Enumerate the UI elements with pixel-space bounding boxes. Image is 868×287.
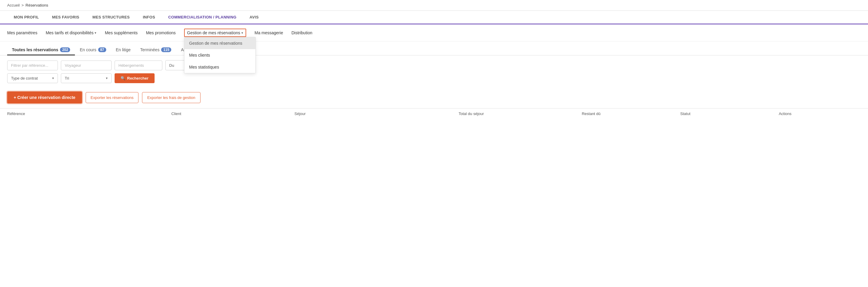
date-du-label: Du (169, 63, 174, 68)
subnav-supplements[interactable]: Mes suppléments (105, 30, 137, 35)
subnav-promotions[interactable]: Mes promotions (146, 30, 176, 35)
col-client: Client (171, 111, 294, 116)
col-reference: Référence (7, 111, 171, 116)
col-restant: Restant dû (582, 111, 680, 116)
dropdown-statistiques[interactable]: Mes statistiques (184, 61, 255, 73)
export-frais-button[interactable]: Exporter les frais de gestion (142, 92, 200, 103)
type-contrat-select[interactable]: Type de contrat ▾ (7, 73, 58, 83)
search-button[interactable]: 🔍 Rechercher (115, 73, 155, 83)
reference-input[interactable] (7, 61, 58, 70)
table-header: Référence Client Séjour Total du séjour … (0, 108, 868, 119)
tab-avis[interactable]: AVIS (243, 11, 265, 25)
action-row: + Créer une réservation directe Exporter… (0, 88, 868, 108)
subnav-distribution[interactable]: Distribution (291, 30, 312, 35)
tab-en-cours[interactable]: En cours 87 (75, 45, 111, 56)
hebergements-input[interactable] (115, 61, 162, 70)
col-sejour: Séjour (294, 111, 459, 116)
subnav-gestion-container: Gestion de mes réservations ▾ Gestion de… (184, 29, 246, 37)
gestion-chevron-icon: ▾ (241, 31, 243, 35)
breadcrumb-home[interactable]: Accueil (7, 3, 20, 7)
subnav-tarifs[interactable]: Mes tarifs et disponibilités ▾ (45, 30, 96, 35)
tab-toutes[interactable]: Toutes les réservations 202 (7, 45, 75, 56)
filter-row-1: Du ✕ Au ✕ (0, 56, 868, 73)
tarifs-chevron-icon: ▾ (95, 31, 96, 35)
tab-mon-profil[interactable]: MON PROFIL (7, 11, 45, 25)
main-tabs: MON PROFIL MES FAVORIS MES STRUCTURES IN… (0, 11, 868, 25)
badge-terminees: 115 (161, 47, 171, 52)
badge-en-cours: 87 (98, 47, 106, 52)
res-tabs: Toutes les réservations 202 En cours 87 … (0, 41, 868, 56)
search-icon: 🔍 (121, 76, 125, 80)
create-reservation-button[interactable]: + Créer une réservation directe (7, 92, 82, 103)
breadcrumb-separator: > (22, 3, 24, 7)
subnav-gestion[interactable]: Gestion de mes réservations ▾ (184, 29, 246, 37)
tab-infos[interactable]: INFOS (136, 11, 162, 25)
filter-row-2: Type de contrat ▾ Tri ▾ 🔍 Rechercher (0, 73, 868, 88)
badge-toutes: 202 (60, 47, 70, 52)
dropdown-gestion[interactable]: Gestion de mes réservations (184, 37, 255, 49)
subnav-messagerie[interactable]: Ma messagerie (254, 30, 283, 35)
subnav-parametres[interactable]: Mes paramètres (7, 30, 37, 35)
type-contrat-label: Type de contrat (11, 76, 38, 80)
tri-chevron-icon: ▾ (106, 76, 108, 80)
tri-label: Tri (65, 76, 69, 80)
tab-mes-structures[interactable]: MES STRUCTURES (86, 11, 136, 25)
breadcrumb-current: Réservations (26, 3, 48, 7)
col-total: Total du séjour (459, 111, 582, 116)
tab-mes-favoris[interactable]: MES FAVORIS (45, 11, 86, 25)
export-reservations-button[interactable]: Exporter les réservations (86, 92, 139, 103)
gestion-dropdown: Gestion de mes réservations Mes clients … (184, 37, 256, 73)
sub-nav: Mes paramètres Mes tarifs et disponibili… (0, 25, 868, 41)
col-actions: Actions (779, 111, 861, 116)
tab-commercialisation[interactable]: COMMERCIALISATION / PLANNING (162, 11, 243, 25)
col-statut: Statut (680, 111, 779, 116)
tab-en-litige[interactable]: En litige (111, 45, 135, 56)
tri-select[interactable]: Tri ▾ (61, 73, 112, 83)
breadcrumb: Accueil > Réservations (0, 0, 868, 11)
tab-terminees[interactable]: Terminées 115 (135, 45, 176, 56)
voyageur-input[interactable] (61, 61, 112, 70)
type-contrat-chevron-icon: ▾ (52, 76, 54, 80)
dropdown-clients[interactable]: Mes clients (184, 49, 255, 61)
